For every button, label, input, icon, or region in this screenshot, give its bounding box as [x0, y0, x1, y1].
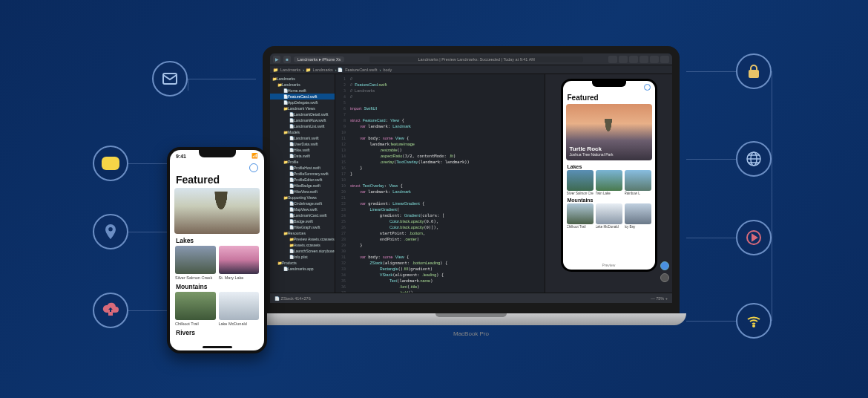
xcode-toolbar: ▶ ■ Landmarks ▸ iPhone Xs Landmarks | Pr…	[270, 53, 672, 65]
panel-toggle-left[interactable]	[640, 56, 648, 63]
nav-item[interactable]: 📄 CircleImage.swift	[270, 200, 335, 206]
macbook-device: ▶ ■ Landmarks ▸ iPhone Xs Landmarks | Pr…	[256, 46, 686, 342]
build-status: Landmarks | Preview Landmarks: Succeeded…	[369, 56, 583, 62]
nav-item[interactable]: 📄 HikeBadge.swift	[270, 183, 335, 189]
preview-canvas: Featured Turtle RockJoshua Tree National…	[545, 74, 672, 293]
iphone-device: 9:41📶 Featured Lakes Silver Salmon Creek…	[167, 147, 267, 353]
list-item[interactable]: Twin Lake	[596, 170, 622, 195]
nav-item[interactable]: 📁 Models	[270, 129, 335, 135]
section-header: Mountains	[170, 280, 264, 292]
list-item[interactable]: Lake McDonald	[219, 292, 260, 326]
nav-item[interactable]: 📁 Products	[270, 260, 335, 266]
nav-item[interactable]: 📄 AppDelegate.swift	[270, 100, 335, 105]
nav-item[interactable]: 📄 Landmark.swift	[270, 135, 335, 141]
globe-icon	[736, 141, 772, 177]
nav-item[interactable]: 📁 Assets.xcassets	[270, 242, 335, 248]
run-button[interactable]: ▶	[273, 56, 280, 63]
phone-title: Featured	[170, 174, 264, 188]
section-header: Mountains	[563, 195, 655, 203]
preview-hero[interactable]: Turtle RockJoshua Tree National Park	[566, 104, 652, 160]
pin-icon	[93, 214, 128, 249]
assistant-mode-button[interactable]	[619, 56, 628, 63]
nav-item[interactable]: 📁 Preview Assets.xcassets	[270, 236, 335, 242]
library-button[interactable]	[629, 56, 638, 63]
lock-icon	[736, 53, 772, 89]
panel-toggle-right[interactable]	[660, 56, 669, 63]
code-content[interactable]: // // FeatureCard.swift // Landmarks // …	[347, 74, 545, 293]
list-item[interactable]: Rainbow L	[625, 170, 651, 195]
nav-item[interactable]: 📄 Hike.swift	[270, 147, 335, 153]
section-header: Lakes	[563, 162, 655, 170]
nav-item[interactable]: 📄 Landmarks.app	[270, 266, 335, 272]
nav-item[interactable]: 📄 UserData.swift	[270, 141, 335, 147]
home-indicator[interactable]	[203, 346, 232, 348]
nav-item[interactable]: 📁 Landmark Views	[270, 105, 335, 111]
preview-footer: Preview	[563, 261, 655, 270]
nav-item[interactable]: 📄 Home.swift	[270, 88, 335, 94]
panel-toggle-bottom[interactable]	[650, 56, 659, 63]
nav-item[interactable]: 📄 LaunchScreen.storyboard	[270, 248, 335, 254]
preview-settings-button[interactable]	[660, 273, 669, 282]
wifi-icon	[736, 303, 772, 339]
nav-item[interactable]: 📄 HikeGraph.swift	[270, 224, 335, 230]
nav-item[interactable]: 📄 Info.plist	[270, 254, 335, 260]
code-editor[interactable]: 1234567891011121314151617181920212223242…	[335, 74, 545, 293]
breadcrumb[interactable]: 📁 Landmarks › 📁 Landmarks › 📄 FeatureCar…	[270, 65, 672, 74]
nav-item[interactable]: 📄 ProfileSummary.swift	[270, 171, 335, 177]
scheme-selector[interactable]: Landmarks ▸ iPhone Xs	[294, 56, 344, 62]
svg-rect-1	[749, 71, 758, 77]
phone-hero[interactable]	[174, 188, 260, 234]
nav-item[interactable]: 📄 Badge.swift	[270, 218, 335, 224]
nav-item[interactable]: 📄 ProfileEditor.swift	[270, 177, 335, 183]
stop-button[interactable]: ■	[283, 56, 291, 63]
list-item[interactable]: Silver Salmon Creek	[175, 246, 216, 280]
chat-icon: •••	[93, 146, 128, 181]
nav-item[interactable]: 📄 LandmarkRow.swift	[270, 117, 335, 123]
nav-item[interactable]: 📄 MapView.swift	[270, 206, 335, 212]
nav-item[interactable]: 📄 FeatureCard.swift	[270, 94, 335, 100]
section-header: Lakes	[170, 234, 264, 246]
nav-item[interactable]: 📄 Data.swift	[270, 153, 335, 159]
list-item[interactable]: Icy Bay	[625, 203, 651, 229]
nav-item[interactable]: 📁 Resources	[270, 230, 335, 236]
line-gutter: 1234567891011121314151617181920212223242…	[335, 74, 347, 293]
list-item[interactable]: Silver Salmon Creek	[567, 170, 594, 195]
nav-item[interactable]: 📄 LandmarkList.swift	[270, 123, 335, 129]
nav-item[interactable]: 📁 Profile	[270, 159, 335, 165]
profile-icon[interactable]	[249, 163, 258, 172]
nav-item[interactable]: 📁 Supporting Views	[270, 195, 335, 200]
list-item[interactable]: St. Mary Lake	[219, 246, 260, 280]
play-icon	[736, 220, 772, 255]
xcode-footer: 📄 ZStack 414×276 — 75% +	[270, 293, 672, 303]
nav-item[interactable]: 📄 LandmarkCard.swift	[270, 212, 335, 218]
list-item[interactable]: Lake McDonald	[596, 203, 622, 229]
section-header: Rivers	[170, 326, 264, 338]
macbook-label: MacBook Pro	[453, 330, 489, 337]
nav-item[interactable]: 📄 ProfileHost.swift	[270, 165, 335, 171]
nav-item[interactable]: 📁 Landmarks	[270, 76, 335, 82]
nav-item[interactable]: 📄 HikeView.swift	[270, 189, 335, 195]
nav-item[interactable]: 📄 LandmarkDetail.swift	[270, 111, 335, 117]
profile-icon[interactable]	[644, 84, 651, 91]
mail-icon	[152, 61, 188, 97]
project-navigator[interactable]: 📁 Landmarks📁 Landmarks📄 Home.swift📄 Feat…	[270, 74, 335, 293]
editor-mode-button[interactable]	[608, 56, 617, 63]
preview-title: Featured	[563, 93, 655, 102]
list-item[interactable]: Chilkoot Trail	[175, 292, 216, 326]
svg-point-5	[753, 325, 754, 327]
preview-pin-button[interactable]	[660, 261, 669, 270]
preview-phone: Featured Turtle RockJoshua Tree National…	[561, 79, 657, 272]
cloud-upload-icon	[93, 293, 128, 328]
nav-item[interactable]: 📁 Landmarks	[270, 82, 335, 88]
list-item[interactable]: Chilkoot Trail	[567, 203, 594, 229]
xcode-window: ▶ ■ Landmarks ▸ iPhone Xs Landmarks | Pr…	[270, 53, 672, 303]
